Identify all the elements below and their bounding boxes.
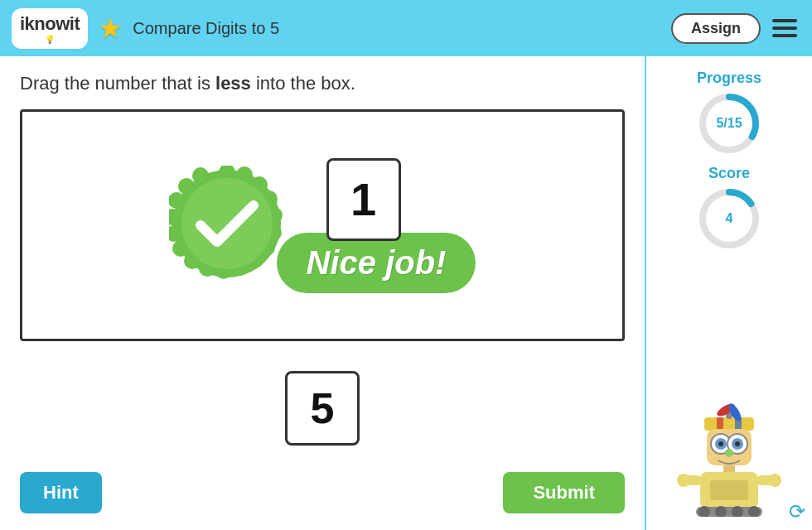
svg-rect-39	[723, 465, 735, 472]
hamburger-line-2	[772, 26, 797, 30]
submit-button[interactable]: Submit	[503, 472, 625, 513]
logo-bulb-icon: 💡	[45, 35, 55, 44]
activity-box: 1 Nice job!	[20, 109, 625, 341]
number-bottom-card[interactable]: 5	[285, 371, 360, 446]
number-top-value: 1	[350, 172, 376, 226]
instruction-bold: less	[215, 73, 251, 94]
bottom-buttons: Hint Submit	[20, 460, 625, 513]
svg-point-45	[768, 474, 781, 487]
svg-rect-41	[710, 480, 748, 500]
svg-rect-25	[704, 417, 754, 431]
back-arrow-icon[interactable]: ⟳	[789, 500, 805, 523]
score-label: Score	[708, 165, 750, 182]
header: iknowit 💡 ★ Compare Digits to 5 Assign	[0, 0, 812, 56]
logo-text: iknowit	[20, 13, 80, 35]
score-container: Score 4	[696, 165, 762, 252]
hamburger-line-1	[772, 19, 797, 22]
svg-point-34	[718, 441, 723, 446]
number-bottom-value: 5	[311, 383, 335, 433]
star-icon: ★	[98, 12, 123, 45]
progress-circle: 5/15	[696, 90, 762, 157]
progress-label: Progress	[697, 70, 761, 87]
assign-button[interactable]: Assign	[671, 13, 761, 44]
sidebar: Progress 5/15 Score 4	[646, 56, 812, 530]
score-value: 4	[726, 211, 733, 226]
nice-job-text: Nice job!	[307, 244, 447, 281]
svg-point-38	[725, 449, 733, 457]
svg-point-18	[192, 167, 209, 184]
hamburger-line-3	[772, 34, 797, 37]
content-area: Drag the number that is less into the bo…	[0, 56, 646, 530]
hint-button[interactable]: Hint	[20, 472, 102, 513]
svg-point-44	[677, 474, 690, 487]
number-top-card[interactable]: 1	[326, 158, 401, 241]
nice-job-banner: Nice job!	[277, 233, 476, 293]
activity-content-row: 1 Nice job!	[39, 158, 606, 293]
svg-point-19	[181, 178, 273, 269]
logo: iknowit 💡	[12, 8, 88, 49]
menu-button[interactable]	[769, 16, 800, 41]
svg-rect-26	[717, 417, 723, 431]
lesson-title: Compare Digits to 5	[133, 19, 279, 38]
progress-value: 5/15	[716, 116, 742, 131]
instruction-after: into the box.	[256, 73, 355, 94]
instruction-text: Drag the number that is less into the bo…	[20, 73, 625, 94]
score-circle: 4	[696, 186, 762, 252]
svg-point-37	[735, 441, 740, 446]
progress-container: Progress 5/15	[696, 70, 762, 157]
header-right: Assign	[671, 13, 800, 44]
robot-character	[675, 401, 783, 517]
correct-badge	[169, 166, 285, 285]
main-layout: Drag the number that is less into the bo…	[0, 56, 812, 530]
instruction-before: Drag the number that is	[20, 73, 215, 94]
svg-point-17	[178, 178, 195, 195]
